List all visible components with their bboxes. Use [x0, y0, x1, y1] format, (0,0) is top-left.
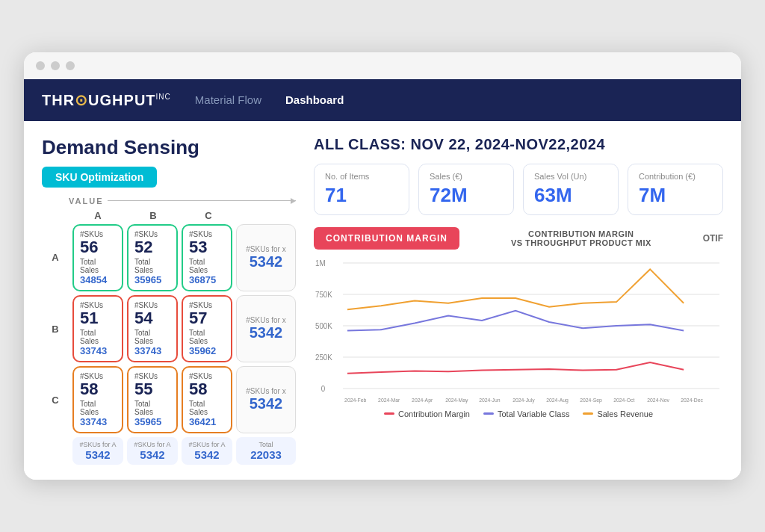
- logo-gear: ⊙: [75, 92, 88, 108]
- total-cell: Total 22033: [236, 437, 296, 465]
- kpi-value-vol: 63M: [534, 184, 607, 207]
- kpi-label-items: No. of Items: [325, 172, 398, 181]
- svg-text:2024-Oct: 2024-Oct: [613, 398, 634, 403]
- dot2: [51, 61, 60, 70]
- sku-sales-2-0: 33743: [80, 416, 116, 427]
- main-content: Demand Sensing SKU Optimization VALUE A …: [24, 121, 741, 480]
- sku-cell-1-1[interactable]: #SKUs 54 Total Sales 33743: [127, 295, 178, 362]
- sku-cell-2-2[interactable]: #SKUs 58 Total Sales 36421: [182, 366, 232, 433]
- kpi-card-vol: Sales Vol (Un) 63M: [523, 164, 619, 215]
- sku-optimization-badge[interactable]: SKU Optimization: [42, 167, 157, 188]
- row-label-a: A: [42, 224, 69, 291]
- sku-x-number-2: 5342: [250, 395, 283, 412]
- sku-cell-2-0[interactable]: #SKUs 58 Total Sales 33743: [72, 366, 123, 433]
- sku-cell-0-0[interactable]: #SKUs 56 Total Sales 34854: [72, 224, 123, 291]
- bottom-cell-1[interactable]: #SKUs for A 5342: [127, 437, 178, 465]
- sku-sales-0-0: 34854: [80, 274, 116, 285]
- bottom-cell-label-2: #SKUs for A: [188, 441, 226, 448]
- sku-number-0-1: 52: [134, 238, 170, 256]
- col-header-a: A: [70, 208, 126, 223]
- svg-text:2024-July: 2024-July: [512, 398, 535, 403]
- right-panel: ALL CLASS: NOV 22, 2024-NOV22,2024 No. o…: [314, 136, 723, 466]
- bottom-cell-0[interactable]: #SKUs for A 5342: [72, 437, 123, 465]
- kpi-value-sales: 72M: [430, 184, 503, 207]
- svg-text:2024-Jun: 2024-Jun: [479, 398, 501, 403]
- svg-text:2024-Sep: 2024-Sep: [580, 398, 602, 403]
- col-header-c: C: [181, 208, 236, 223]
- total-sales-label: Total Sales: [189, 400, 225, 416]
- left-panel: Demand Sensing SKU Optimization VALUE A …: [42, 136, 296, 466]
- sku-number-1-1: 54: [134, 309, 170, 327]
- sku-cell-0-1[interactable]: #SKUs 52 Total Sales 35965: [127, 224, 178, 291]
- kpi-label-contribution: Contribution (€): [639, 172, 712, 181]
- legend-label-sales: Sales Revenue: [597, 409, 653, 418]
- svg-text:500K: 500K: [315, 322, 332, 330]
- sku-number-2-2: 58: [189, 380, 225, 398]
- sku-cell-side-2[interactable]: #SKUs for x 5342: [236, 366, 296, 433]
- svg-text:2024-Dec: 2024-Dec: [681, 398, 703, 403]
- svg-text:1M: 1M: [315, 259, 326, 267]
- svg-text:0: 0: [321, 385, 326, 393]
- sku-sales-0-2: 36875: [189, 274, 225, 285]
- total-sales-label: Total Sales: [80, 329, 116, 345]
- kpi-value-contribution: 7M: [639, 184, 712, 207]
- sku-number-1-0: 51: [80, 309, 116, 327]
- contribution-margin-button[interactable]: CONTRIBUTION MARGIN: [314, 227, 459, 250]
- bottom-row: #SKUs for A 5342 #SKUs for A 5342 #SKUs …: [42, 437, 296, 465]
- legend-sales: Sales Revenue: [583, 409, 653, 418]
- dot3: [66, 61, 75, 70]
- total-sales-label: Total Sales: [189, 258, 225, 274]
- chart-header: CONTRIBUTION MARGIN CONTRIBUTION MARGIN …: [314, 227, 723, 250]
- main-window: THR⊙UGHPUTINC Material Flow Dashboard De…: [24, 52, 741, 480]
- sku-x-number-0: 5342: [250, 253, 283, 270]
- total-sales-label: Total Sales: [134, 400, 170, 416]
- sku-sales-1-0: 33743: [80, 345, 116, 356]
- col-header-b: B: [126, 208, 181, 223]
- sku-number-0-2: 53: [189, 238, 225, 256]
- sku-cell-side-1[interactable]: #SKUs for x 5342: [236, 295, 296, 362]
- nav-material-flow[interactable]: Material Flow: [195, 93, 261, 106]
- total-sales-label: Total Sales: [80, 400, 116, 416]
- sku-cell-2-1[interactable]: #SKUs 55 Total Sales 35965: [127, 366, 178, 433]
- sku-cell-0-2[interactable]: #SKUs 53 Total Sales 36875: [182, 224, 232, 291]
- sku-x-label-1: #SKUs for x: [246, 316, 285, 324]
- bottom-cell-2[interactable]: #SKUs for A 5342: [182, 437, 232, 465]
- row-label-c: C: [42, 366, 69, 433]
- kpi-card-sales: Sales (€) 72M: [418, 164, 514, 215]
- grid-col-headers: A B C: [42, 208, 296, 223]
- otif-label: OTIF: [703, 233, 723, 244]
- sku-number-2-1: 55: [134, 380, 170, 398]
- line-variable-class: [347, 311, 684, 331]
- bottom-cell-label-1: #SKUs for A: [133, 441, 172, 448]
- chart-title: CONTRIBUTION MARGIN VS THROUGHPUT PRODUC…: [470, 229, 693, 247]
- total-sales-label: Total Sales: [189, 329, 225, 345]
- kpi-card-items: No. of Items 71: [314, 164, 409, 215]
- svg-text:2024-Nov: 2024-Nov: [647, 398, 669, 403]
- value-axis-label: VALUE: [69, 197, 103, 205]
- row-label-b: B: [42, 295, 69, 362]
- svg-text:2024-Feb: 2024-Feb: [344, 398, 366, 403]
- line-sales-revenue: [347, 269, 684, 309]
- navbar: THR⊙UGHPUTINC Material Flow Dashboard: [24, 79, 741, 121]
- legend-contribution: Contribution Margin: [384, 409, 470, 418]
- sku-sales-0-1: 35965: [134, 274, 170, 285]
- svg-text:2024-Mar: 2024-Mar: [378, 398, 400, 403]
- svg-text:750K: 750K: [315, 291, 332, 299]
- kpi-value-items: 71: [325, 184, 398, 207]
- chart-svg: 1M 750K 500K 250K 0 2024-Feb 2024-Mar 20…: [314, 256, 723, 405]
- sku-grid-row1: B #SKUs 51 Total Sales 33743 #SKUs 54 To…: [42, 295, 296, 362]
- value-axis-arrow: [108, 200, 296, 201]
- nav-dashboard[interactable]: Dashboard: [285, 93, 344, 106]
- sku-x-number-1: 5342: [250, 324, 283, 341]
- kpi-card-contribution: Contribution (€) 7M: [628, 164, 723, 215]
- total-sales-label: Total Sales: [134, 329, 170, 345]
- total-sales-label: Total Sales: [80, 258, 116, 274]
- line-contribution: [347, 362, 684, 374]
- legend-label-contribution: Contribution Margin: [398, 409, 470, 418]
- sku-cell-1-0[interactable]: #SKUs 51 Total Sales 33743: [72, 295, 123, 362]
- dot1: [36, 61, 45, 70]
- sku-cell-side-0[interactable]: #SKUs for x 5342: [236, 224, 296, 291]
- sku-number-2-0: 58: [80, 380, 116, 398]
- total-value: 22033: [242, 448, 290, 461]
- sku-cell-1-2[interactable]: #SKUs 57 Total Sales 35962: [182, 295, 232, 362]
